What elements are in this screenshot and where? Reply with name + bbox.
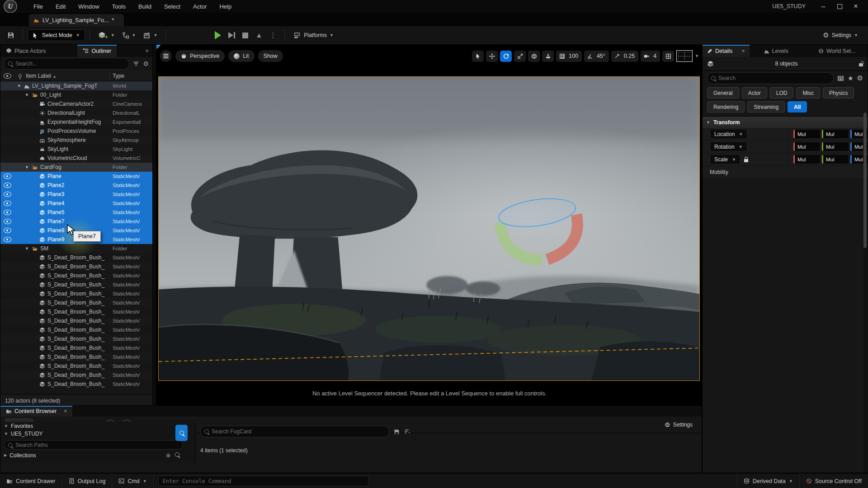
expander-icon[interactable]: ▼: [25, 165, 29, 169]
content-browser-close-icon[interactable]: ×: [64, 408, 67, 414]
console-command-input[interactable]: Enter Console Command: [158, 476, 368, 486]
outliner-row[interactable]: ▼CardFogFolder: [0, 163, 152, 172]
project-folder-item[interactable]: ▼UE5_STUDY: [0, 430, 195, 437]
grid-snap-value[interactable]: 100: [568, 53, 582, 59]
select-mode-dropdown[interactable]: Select Mode ▼: [28, 29, 85, 41]
minimize-button[interactable]: ─: [817, 2, 829, 10]
rotate-tool[interactable]: [500, 51, 512, 62]
rotation-dropdown[interactable]: Rotation▼: [710, 141, 747, 152]
rotation-snap-toggle[interactable]: [584, 51, 596, 62]
eye-icon[interactable]: [4, 183, 11, 188]
add-collection-icon[interactable]: ⊕: [166, 452, 170, 459]
outliner-row[interactable]: S_Dead_Broom_Bush_StaticMesh/: [0, 289, 152, 298]
menu-file[interactable]: File: [28, 1, 48, 12]
details-filter-lod[interactable]: LOD: [770, 87, 794, 99]
tab-content-browser[interactable]: Content Browser ×: [0, 406, 72, 417]
frame-skip-button[interactable]: [225, 30, 239, 41]
outliner-row[interactable]: SkyLightSkyLight: [0, 145, 152, 154]
location-dropdown[interactable]: Location▼: [710, 129, 747, 139]
search-paths-input[interactable]: Search Paths: [4, 440, 183, 450]
outliner-row[interactable]: Plane5StaticMesh/: [0, 208, 152, 217]
scale-snap-value[interactable]: 0.25: [623, 53, 638, 59]
camera-speed[interactable]: [641, 51, 652, 62]
grid-snap-toggle[interactable]: [556, 51, 568, 62]
save-search-icon[interactable]: [394, 429, 400, 435]
details-filter-misc[interactable]: Misc: [796, 87, 820, 99]
outliner-row[interactable]: PlaneStaticMesh/: [0, 172, 152, 181]
sources-search-toggle[interactable]: [175, 425, 188, 441]
save-button[interactable]: [4, 29, 18, 41]
quad-view-toggle[interactable]: [662, 51, 674, 62]
play-options-button[interactable]: ⋮: [266, 29, 280, 42]
eject-button[interactable]: ▲: [252, 31, 266, 40]
rendered-scene[interactable]: [158, 76, 700, 381]
menu-build[interactable]: Build: [133, 1, 157, 12]
cinematics-button[interactable]: ▼: [139, 29, 161, 42]
visibility-column-header[interactable]: [0, 73, 14, 79]
outliner-row[interactable]: PostProcessVolumePostProces: [0, 127, 152, 136]
expander-icon[interactable]: ▼: [17, 84, 22, 88]
close-button[interactable]: ×: [850, 2, 862, 10]
eye-icon[interactable]: [4, 201, 11, 206]
outliner-close-icon[interactable]: ×: [145, 47, 149, 54]
output-log-button[interactable]: Output Log: [62, 474, 113, 488]
details-scrollbar-thumb[interactable]: [863, 113, 867, 248]
move-tool[interactable]: [486, 51, 498, 62]
outliner-row[interactable]: ExponentialHeightFogExponentiall: [0, 117, 152, 127]
asset-search-input[interactable]: Search FogCard: [200, 426, 389, 437]
scale-dropdown[interactable]: Scale▼: [710, 154, 741, 164]
cmd-dropdown[interactable]: Cmd ▼: [112, 474, 153, 488]
details-filter-all[interactable]: All: [788, 101, 807, 113]
item-label-column-header[interactable]: Item Label ▲: [26, 73, 109, 79]
perspective-dropdown[interactable]: Perspective: [175, 50, 225, 62]
details-search-input[interactable]: Search: [707, 72, 834, 84]
settings-dropdown[interactable]: ⚙ Settings ▼: [819, 29, 862, 42]
details-settings-icon[interactable]: ⚙: [857, 74, 863, 82]
outliner-row[interactable]: ▼SMFolder: [0, 244, 152, 253]
menu-window[interactable]: Window: [73, 1, 104, 12]
lock-icon[interactable]: [744, 159, 748, 162]
show-dropdown[interactable]: Show: [258, 50, 283, 62]
details-filter-general[interactable]: General: [707, 87, 739, 99]
world-local-toggle[interactable]: [528, 51, 540, 62]
viewport-layout-preview[interactable]: [676, 50, 693, 62]
outliner-row[interactable]: Plane2StaticMesh/: [0, 181, 152, 190]
eye-icon[interactable]: [4, 192, 11, 197]
scale-tool[interactable]: [514, 51, 526, 62]
maximize-button[interactable]: [834, 2, 845, 10]
content-drawer-button[interactable]: Content Drawer: [0, 474, 62, 488]
tab-levels[interactable]: Levels: [760, 45, 793, 57]
unlock-icon[interactable]: [859, 63, 863, 66]
outliner-row[interactable]: S_Dead_Broom_Bush_StaticMesh/: [0, 380, 152, 389]
type-column-header[interactable]: Type: [109, 73, 152, 79]
favorites-item[interactable]: ▼Favorites: [0, 422, 195, 430]
outliner-row[interactable]: Plane7StaticMesh/: [0, 217, 152, 226]
collections-item[interactable]: ▶Collections ⊕: [0, 451, 195, 459]
filter-list-icon[interactable]: [404, 428, 410, 435]
menu-help[interactable]: Help: [214, 1, 237, 12]
pin-column-header[interactable]: [14, 74, 26, 77]
details-filter-streaming[interactable]: Streaming: [747, 101, 785, 113]
surface-snapping[interactable]: [542, 51, 554, 62]
outliner-row[interactable]: S_Dead_Broom_Bush_StaticMesh/: [0, 280, 152, 289]
details-filter-physics[interactable]: Physics: [823, 87, 854, 99]
eye-icon[interactable]: [4, 210, 11, 215]
scale-g-field[interactable]: Mul: [822, 155, 849, 164]
rotation-snap-value[interactable]: 45°: [596, 53, 609, 59]
outliner-row[interactable]: CineCameraActor2CineCamera: [0, 99, 152, 108]
select-tool[interactable]: [472, 51, 484, 62]
lit-dropdown[interactable]: Lit: [228, 50, 254, 62]
rotation-r-field[interactable]: Mul: [793, 142, 820, 151]
favorites-star-icon[interactable]: ★: [848, 75, 854, 82]
menu-edit[interactable]: Edit: [50, 1, 71, 12]
collections-search-icon[interactable]: [175, 452, 179, 457]
outliner-row[interactable]: S_Dead_Broom_Bush_StaticMesh/: [0, 343, 152, 352]
tab-place-actors[interactable]: Place Actors: [0, 45, 51, 57]
level-tab[interactable]: LV_Lighting_Sample_Fo... *: [29, 14, 124, 26]
outliner-row[interactable]: DirectionalLightDirectionalL: [0, 108, 152, 117]
outliner-row[interactable]: SkyAtmosphereSkyAtmosp: [0, 136, 152, 145]
outliner-row[interactable]: S_Dead_Broom_Bush_StaticMesh/: [0, 253, 152, 262]
source-control-button[interactable]: Source Control Off: [799, 474, 868, 488]
tab-details[interactable]: Details ×: [703, 45, 750, 57]
display-options-icon[interactable]: [837, 75, 844, 82]
